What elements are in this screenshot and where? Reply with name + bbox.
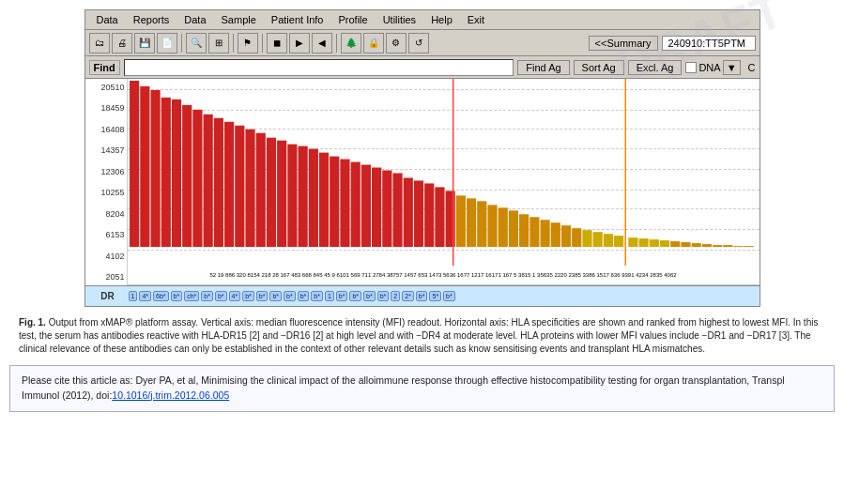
dr-item-13: b* xyxy=(298,291,310,301)
toolbar-btn-cog[interactable]: ⚙ xyxy=(386,33,407,53)
toolbar-btn-5[interactable]: ⊞ xyxy=(208,33,229,53)
find-bar: Find Find Ag Sort Ag Excl. Ag DNA ▼ C xyxy=(85,56,760,79)
fig-caption-text: Output from xMAP® platform assay. Vertic… xyxy=(19,317,818,354)
svg-rect-19 xyxy=(330,157,339,248)
toolbar-btn-lock[interactable]: 🔒 xyxy=(363,33,384,53)
toolbar-btn-tree[interactable]: 🌲 xyxy=(341,33,361,53)
svg-rect-10 xyxy=(235,126,244,247)
svg-rect-40 xyxy=(540,220,549,247)
svg-rect-23 xyxy=(372,168,381,248)
summary-value: 240910:TT5PTM xyxy=(662,36,756,51)
dr-row: DR 1 4* 6b* b* ch* b* b* 4* b* b* b* b* … xyxy=(85,285,760,306)
svg-rect-22 xyxy=(361,165,370,248)
svg-rect-1 xyxy=(140,86,149,247)
find-ag-button[interactable]: Find Ag xyxy=(517,60,569,75)
toolbar-btn-refresh[interactable]: ↺ xyxy=(408,33,429,53)
svg-rect-26 xyxy=(403,177,412,247)
citation-link[interactable]: 10.1016/j.trim.2012.06.005 xyxy=(112,389,229,401)
sort-ag-button[interactable]: Sort Ag xyxy=(574,60,624,75)
menu-exit[interactable]: Exit xyxy=(460,12,492,27)
dna-check-group: DNA ▼ xyxy=(685,60,740,75)
dr-item-19: b* xyxy=(377,291,390,301)
dna-label: DNA xyxy=(698,62,720,73)
menu-patient-info[interactable]: Patient Info xyxy=(264,12,331,27)
svg-rect-49 xyxy=(628,237,637,247)
chart-area: 20510 18459 16408 14357 12306 10255 8204… xyxy=(85,79,760,285)
dr-item-17: b* xyxy=(349,291,361,301)
dr-item-8: 4* xyxy=(229,291,241,301)
dna-checkbox[interactable] xyxy=(685,62,697,73)
svg-rect-6 xyxy=(192,110,202,247)
svg-rect-14 xyxy=(277,141,286,247)
sep3 xyxy=(262,34,263,53)
toolbar-btn-print[interactable]: 🖨 xyxy=(112,33,132,53)
svg-rect-43 xyxy=(572,228,581,247)
dr-item-2: 4* xyxy=(139,291,151,301)
dr-item-4: b* xyxy=(171,291,183,301)
citation-box: Please cite this article as: Dyer PA, et… xyxy=(9,365,835,412)
svg-rect-8 xyxy=(213,118,223,247)
dr-item-21: 2* xyxy=(402,291,414,301)
svg-rect-7 xyxy=(203,115,212,247)
menu-reports[interactable]: Reports xyxy=(126,12,177,27)
dr-item-15: 1 xyxy=(325,291,334,301)
svg-rect-60 xyxy=(744,246,753,247)
svg-rect-47 xyxy=(614,236,623,247)
menu-profile[interactable]: Profile xyxy=(330,12,375,27)
svg-rect-59 xyxy=(733,246,743,247)
toolbar-btn-9[interactable]: ◀ xyxy=(312,33,332,53)
x-labels-text: 52 19 886 320 8154 218 28 167 483 668 84… xyxy=(130,272,758,278)
find-label: Find xyxy=(89,60,120,75)
excl-ag-button[interactable]: Excl. Ag xyxy=(628,60,683,75)
y-label-5: 10255 xyxy=(100,188,124,197)
toolbar: 🗂 🖨 💾 📄 🔍 ⊞ ⚑ ◼ ▶ ◀ 🌲 🔒 ⚙ ↺ <<Summary 24… xyxy=(85,30,760,56)
dr-item-6: b* xyxy=(201,291,213,301)
svg-rect-11 xyxy=(245,130,254,247)
svg-rect-39 xyxy=(529,217,539,247)
sep4 xyxy=(336,34,337,53)
bar-chart-svg xyxy=(128,79,760,266)
fig-caption: Fig. 1. Output from xMAP® platform assay… xyxy=(9,316,835,356)
menu-data2[interactable]: Data xyxy=(176,12,213,27)
dr-item-1: 1 xyxy=(129,291,138,301)
dr-item-9: b* xyxy=(242,291,254,301)
svg-rect-56 xyxy=(701,244,711,247)
y-label-1: 18459 xyxy=(100,103,124,113)
dna-dropdown[interactable]: ▼ xyxy=(723,60,741,75)
chart-inner: 52 19 886 320 8154 218 28 167 483 668 84… xyxy=(127,79,760,285)
summary-button[interactable]: <<Summary xyxy=(589,36,658,51)
sep1 xyxy=(181,34,182,53)
toolbar-btn-1[interactable]: 🗂 xyxy=(89,33,110,53)
y-label-2: 16408 xyxy=(100,125,124,134)
find-input[interactable] xyxy=(124,59,514,76)
dr-label: DR xyxy=(87,291,129,301)
y-label-8: 4102 xyxy=(105,252,124,261)
svg-rect-51 xyxy=(649,239,658,247)
svg-rect-50 xyxy=(638,238,648,247)
svg-rect-57 xyxy=(713,245,722,247)
svg-rect-17 xyxy=(308,149,317,247)
toolbar-btn-save[interactable]: 💾 xyxy=(134,33,155,53)
svg-rect-15 xyxy=(287,145,297,247)
menu-sample[interactable]: Sample xyxy=(214,12,264,27)
toolbar-btn-page[interactable]: 📄 xyxy=(157,33,177,53)
toolbar-btn-6[interactable]: ⚑ xyxy=(238,33,258,53)
y-axis: 20510 18459 16408 14357 12306 10255 8204… xyxy=(85,79,127,285)
y-label-9: 2051 xyxy=(105,272,124,282)
menu-help[interactable]: Help xyxy=(423,12,460,27)
y-label-0: 20510 xyxy=(100,83,124,92)
dr-items: 1 4* 6b* b* ch* b* b* 4* b* b* b* b* b* … xyxy=(129,291,758,301)
svg-rect-3 xyxy=(161,98,170,247)
toolbar-btn-8[interactable]: ▶ xyxy=(289,33,310,53)
toolbar-btn-search[interactable]: 🔍 xyxy=(186,33,207,53)
menu-data1[interactable]: Data xyxy=(89,12,126,27)
y-label-4: 12306 xyxy=(100,167,124,176)
menu-utilities[interactable]: Utilities xyxy=(376,12,423,27)
dr-item-5: ch* xyxy=(184,291,199,301)
svg-rect-52 xyxy=(659,240,668,247)
dr-item-18: b* xyxy=(363,291,376,301)
toolbar-c-label: C xyxy=(748,62,756,73)
y-label-6: 8204 xyxy=(105,209,124,219)
svg-rect-37 xyxy=(508,210,517,247)
toolbar-btn-7[interactable]: ◼ xyxy=(267,33,287,53)
